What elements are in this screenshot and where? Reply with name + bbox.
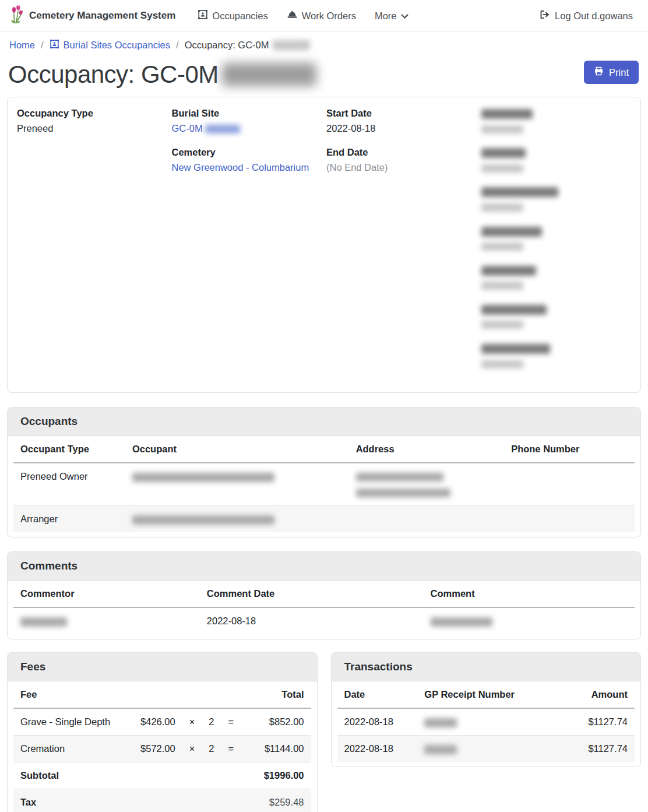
redacted-text xyxy=(356,473,443,481)
col-occupant-type: Occupant Type xyxy=(13,436,125,463)
table-row: Grave - Single Depth $426.00 × 2 = $852.… xyxy=(13,708,311,736)
field-label: Occupancy Type xyxy=(17,108,167,119)
cell-receipt xyxy=(417,735,551,762)
cell-times: × xyxy=(182,708,202,736)
nav-item-label: More xyxy=(375,10,397,22)
fees-header: Fees xyxy=(8,653,317,681)
breadcrumb-separator: / xyxy=(41,40,44,51)
cell-occupant-type: Preneed Owner xyxy=(13,463,125,506)
tax-row: Tax $259.48 xyxy=(13,789,311,812)
table-row: 2022-08-18 $1127.74 xyxy=(337,708,635,736)
nav-item-work-orders[interactable]: Work Orders xyxy=(280,5,363,27)
breadcrumb-occupancies-label: Burial Sites Occupancies xyxy=(64,40,170,51)
transactions-table: Date GP Receipt Number Amount 2022-08-18… xyxy=(337,681,635,762)
redacted-text xyxy=(481,227,542,237)
field-occupancy-type: Occupancy Type Preneed xyxy=(17,108,167,134)
col-commentor: Commentor xyxy=(13,581,200,607)
redacted-text xyxy=(481,305,547,315)
cell-fee-price: $572.00 xyxy=(133,735,182,762)
cell-address xyxy=(349,463,505,506)
logout-button[interactable]: Log Out d.gowans xyxy=(534,5,639,26)
nav-item-more[interactable]: More xyxy=(368,6,415,26)
col-comment: Comment xyxy=(424,581,635,607)
cell-date: 2022-08-18 xyxy=(337,735,418,762)
redacted-text xyxy=(132,515,274,525)
redacted-text xyxy=(431,617,492,627)
table-row: Arranger xyxy=(13,505,635,532)
brand-title: Cemetery Management System xyxy=(29,10,175,22)
cell-phone xyxy=(504,505,635,532)
col-total: Total xyxy=(241,681,311,708)
cell-qty: 2 xyxy=(202,708,221,736)
monument-icon xyxy=(50,39,59,51)
comments-header: Comments xyxy=(8,552,640,581)
field-label: Burial Site xyxy=(172,108,322,119)
redacted-text xyxy=(20,617,67,627)
redacted-text xyxy=(424,745,457,754)
redacted-text xyxy=(481,344,550,354)
redacted-text xyxy=(205,125,240,133)
nav-item-label: Work Orders xyxy=(302,10,356,22)
cell-fee-name: Grave - Single Depth xyxy=(13,708,133,736)
cell-fee-price: $426.00 xyxy=(133,708,182,736)
cell-receipt xyxy=(417,708,551,736)
printer-icon xyxy=(594,66,604,78)
cell-equals: = xyxy=(221,735,241,762)
field-label: End Date xyxy=(326,147,477,158)
redacted-field xyxy=(481,265,632,291)
breadcrumb-occupancies-link[interactable]: Burial Sites Occupancies xyxy=(50,39,170,51)
cell-amount: $1127.74 xyxy=(551,735,635,762)
breadcrumb-home-link[interactable]: Home xyxy=(9,40,35,51)
redacted-text xyxy=(481,242,523,251)
tulip-logo-icon xyxy=(9,5,24,27)
hard-hat-icon xyxy=(287,10,298,22)
print-button[interactable]: Print xyxy=(584,61,639,84)
redacted-field xyxy=(481,186,632,212)
comments-card: Comments Commentor Comment Date Comment … xyxy=(7,551,641,639)
field-value: 2022-08-18 xyxy=(326,123,477,134)
field-value: (No End Date) xyxy=(326,162,477,173)
redacted-text xyxy=(273,40,310,50)
col-fee: Fee xyxy=(13,681,133,708)
breadcrumb-separator: / xyxy=(176,40,179,51)
brand-link[interactable]: Cemetery Management System xyxy=(9,5,175,27)
occupants-card: Occupants Occupant Type Occupant Address… xyxy=(7,407,641,537)
col-receipt: GP Receipt Number xyxy=(417,681,551,708)
cemetery-link[interactable]: New Greenwood - Columbarium xyxy=(172,162,309,173)
redacted-text xyxy=(132,473,274,482)
nav-items: Occupancies Work Orders More xyxy=(191,5,415,27)
cell-occupant xyxy=(125,463,349,506)
redacted-text xyxy=(481,109,533,119)
title-row: Occupancy: GC-0M Print xyxy=(0,57,648,97)
nav-item-occupancies[interactable]: Occupancies xyxy=(191,5,274,27)
page-title: Occupancy: GC-0M xyxy=(8,61,316,89)
redacted-text xyxy=(481,125,523,133)
field-label: Start Date xyxy=(326,108,477,119)
comments-table: Commentor Comment Date Comment 2022-08-1… xyxy=(13,581,635,634)
field-end-date: End Date (No End Date) xyxy=(326,147,477,173)
breadcrumb: Home / Burial Sites Occupancies / Occupa… xyxy=(0,32,648,57)
field-label: Cemetery xyxy=(172,147,322,158)
cell-comment xyxy=(424,607,635,634)
occupants-table: Occupant Type Occupant Address Phone Num… xyxy=(13,436,635,532)
table-row: Cremation $572.00 × 2 = $1144.00 xyxy=(13,735,311,762)
monument-icon xyxy=(198,9,208,22)
redacted-field xyxy=(481,343,632,369)
table-row: Preneed Owner xyxy=(13,463,635,506)
subtotal-row: Subtotal $1996.00 xyxy=(13,762,311,789)
transactions-card: Transactions Date GP Receipt Number Amou… xyxy=(331,652,642,767)
redacted-field xyxy=(481,108,632,134)
cell-fee-name: Cremation xyxy=(13,735,133,762)
detail-col-2: Burial Site GC-0M Cemetery New Greenwood… xyxy=(172,108,322,186)
redacted-field xyxy=(481,147,632,173)
redacted-text xyxy=(481,148,526,158)
cell-occupant-type: Arranger xyxy=(13,505,125,532)
transactions-header: Transactions xyxy=(332,653,641,681)
burial-site-link[interactable]: GC-0M xyxy=(172,123,240,133)
redacted-text xyxy=(481,187,558,197)
col-amount: Amount xyxy=(551,681,635,708)
cell-comment-date: 2022-08-18 xyxy=(200,607,424,634)
logout-icon xyxy=(540,10,550,22)
detail-col-3: Start Date 2022-08-18 End Date (No End D… xyxy=(326,108,477,186)
table-row: 2022-08-18 $1127.74 xyxy=(337,735,635,762)
